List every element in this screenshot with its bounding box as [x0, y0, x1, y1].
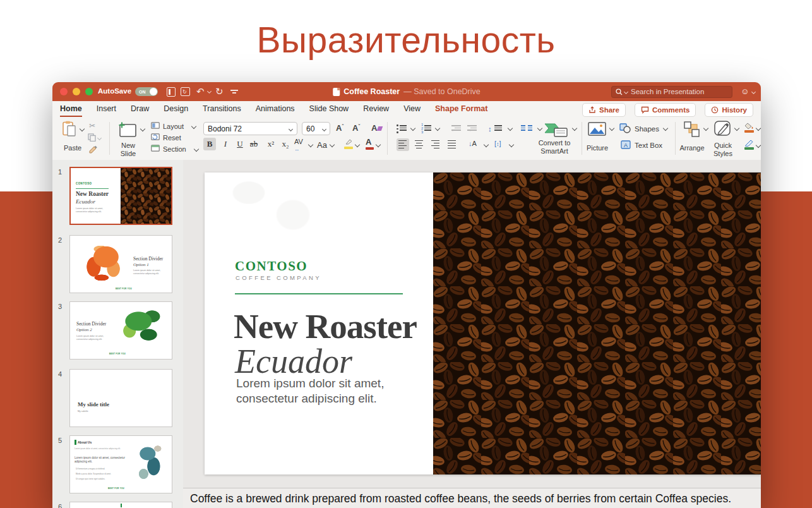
paste-button[interactable] [63, 121, 76, 137]
new-slide-chevron[interactable] [140, 126, 145, 131]
tab-shape-format[interactable]: Shape Format [435, 101, 487, 117]
notes-pane[interactable]: Coffee is a brewed drink prepared from r… [183, 488, 761, 508]
align-text-chevron[interactable] [509, 142, 514, 147]
shrink-font-button[interactable]: Aˇ [352, 123, 360, 133]
tab-design[interactable]: Design [164, 101, 188, 117]
grow-font-button[interactable]: Aˆ [336, 123, 343, 133]
format-painter-icon[interactable] [89, 145, 98, 154]
align-center-button[interactable] [413, 138, 426, 148]
strikethrough-button[interactable]: ab [248, 138, 260, 150]
search-input[interactable]: Search in Presentation [611, 86, 732, 98]
line-spacing-chevron[interactable] [508, 126, 513, 131]
slide-thumbnail-6[interactable] [69, 502, 172, 508]
subscript-button[interactable]: x₂ [279, 138, 292, 150]
layout-chevron[interactable] [191, 124, 196, 129]
redo-icon[interactable]: ↻ [215, 82, 224, 101]
layout-button[interactable] [151, 122, 160, 129]
undo-icon[interactable]: ↶ [196, 82, 205, 101]
tab-insert[interactable]: Insert [97, 101, 116, 117]
shapes-button[interactable] [619, 123, 631, 133]
comments-button[interactable]: Comments [635, 103, 696, 117]
quick-styles-button[interactable] [714, 121, 732, 137]
slide-thumbnail-5[interactable]: About Us Lorem ipsum dolor sit amet, con… [69, 435, 172, 493]
text-direction-chevron[interactable] [484, 142, 489, 147]
tab-review[interactable]: Review [363, 101, 389, 117]
tab-home[interactable]: Home [60, 101, 82, 117]
feedback-smiley-icon[interactable]: ☺ [741, 87, 749, 96]
textbox-button[interactable]: A [621, 140, 631, 149]
tab-draw[interactable]: Draw [131, 101, 149, 117]
slide-title[interactable]: New Roaster [234, 306, 417, 346]
feedback-chevron[interactable] [751, 90, 756, 94]
font-color-chevron[interactable] [376, 142, 381, 147]
share-button[interactable]: Share [582, 103, 626, 117]
change-case-chevron[interactable] [330, 142, 335, 147]
autosave-toggle[interactable]: ON [135, 87, 158, 96]
shape-fill-button[interactable] [744, 123, 754, 133]
highlight-color-button[interactable] [344, 139, 353, 149]
bold-button[interactable]: B [203, 138, 216, 150]
new-slide-button[interactable] [117, 121, 137, 138]
italic-button[interactable]: I [219, 138, 232, 150]
numbering-chevron[interactable] [435, 126, 440, 131]
history-button[interactable]: History [705, 103, 753, 117]
arrange-chevron[interactable] [703, 126, 708, 131]
slide-body-text[interactable]: Lorem ipsum dolor sit amet, consectetur … [236, 376, 395, 407]
highlight-chevron[interactable] [355, 142, 360, 147]
tab-slide-show[interactable]: Slide Show [309, 101, 349, 117]
picture-button[interactable] [588, 122, 606, 136]
current-slide[interactable]: CONTOSO COFFEE COMPANY New Roaster Ecuad… [205, 172, 761, 475]
font-name-select[interactable]: Bodoni 72 [203, 122, 297, 135]
zoom-window-button[interactable] [85, 88, 93, 95]
shape-outline-button[interactable] [744, 140, 754, 150]
tab-transitions[interactable]: Transitions [203, 101, 241, 117]
slide-thumbnail-3[interactable]: Section Divider Option 2 Lorem ipsum dol… [69, 301, 172, 360]
save-sync-icon[interactable]: ↻ [181, 87, 190, 96]
text-direction-icon[interactable]: ↓A [469, 140, 477, 147]
ribbon-options-icon[interactable] [230, 90, 238, 91]
character-spacing-chevron[interactable] [308, 142, 313, 147]
cut-icon[interactable]: ✂ [89, 121, 95, 130]
quick-styles-chevron[interactable] [734, 126, 739, 131]
copy-icon[interactable] [88, 133, 96, 142]
columns-chevron[interactable] [537, 126, 542, 131]
line-spacing-icon[interactable]: ↕ [488, 123, 492, 134]
tab-view[interactable]: View [403, 101, 421, 117]
search-scope-chevron[interactable] [624, 89, 628, 94]
change-case-button[interactable]: Aa [317, 140, 327, 150]
clear-formatting-button[interactable]: A [371, 123, 382, 133]
convert-smartart-chevron[interactable] [572, 126, 577, 131]
align-left-button[interactable] [397, 138, 409, 151]
reset-button[interactable] [151, 133, 160, 140]
underline-button[interactable]: U [234, 138, 246, 150]
columns-icon[interactable] [521, 124, 532, 132]
bullets-chevron[interactable] [410, 126, 415, 131]
arrange-button[interactable] [684, 121, 700, 137]
shape-outline-chevron[interactable] [756, 143, 761, 148]
show-panel-icon[interactable] [167, 87, 176, 97]
decrease-indent-icon[interactable]: ← [451, 124, 461, 132]
slide-subtitle[interactable]: Ecuador [235, 342, 352, 381]
slide-thumbnail-1[interactable]: CONTOSO New Roaster Ecuador Lorem ipsum … [69, 167, 172, 225]
section-chevron[interactable] [194, 147, 199, 152]
close-window-button[interactable] [60, 88, 68, 95]
tab-animations[interactable]: Animations [256, 101, 295, 117]
font-color-button[interactable]: A [366, 138, 374, 150]
paste-chevron[interactable] [80, 126, 85, 131]
character-spacing-button[interactable]: AV↔ [294, 138, 303, 152]
align-right-button[interactable] [429, 138, 442, 148]
shape-fill-chevron[interactable] [756, 126, 761, 131]
convert-smartart-button[interactable] [544, 121, 568, 138]
superscript-button[interactable]: x² [265, 138, 277, 150]
align-text-icon[interactable]: [↕] [494, 140, 501, 147]
shapes-chevron[interactable] [663, 126, 668, 131]
increase-indent-icon[interactable]: → [467, 124, 477, 132]
bullets-icon[interactable] [397, 124, 407, 132]
numbering-icon[interactable]: 1 2 3 [421, 124, 431, 132]
minimize-window-button[interactable] [73, 88, 80, 95]
slide-thumbnail-2[interactable]: Section Divider Option 1 Lorem ipsum dol… [69, 235, 172, 293]
slide-thumbnail-4[interactable]: My slide title My subtitle [69, 369, 172, 427]
undo-chevron[interactable] [207, 89, 212, 94]
picture-chevron[interactable] [609, 126, 614, 131]
copy-chevron[interactable] [97, 136, 102, 140]
